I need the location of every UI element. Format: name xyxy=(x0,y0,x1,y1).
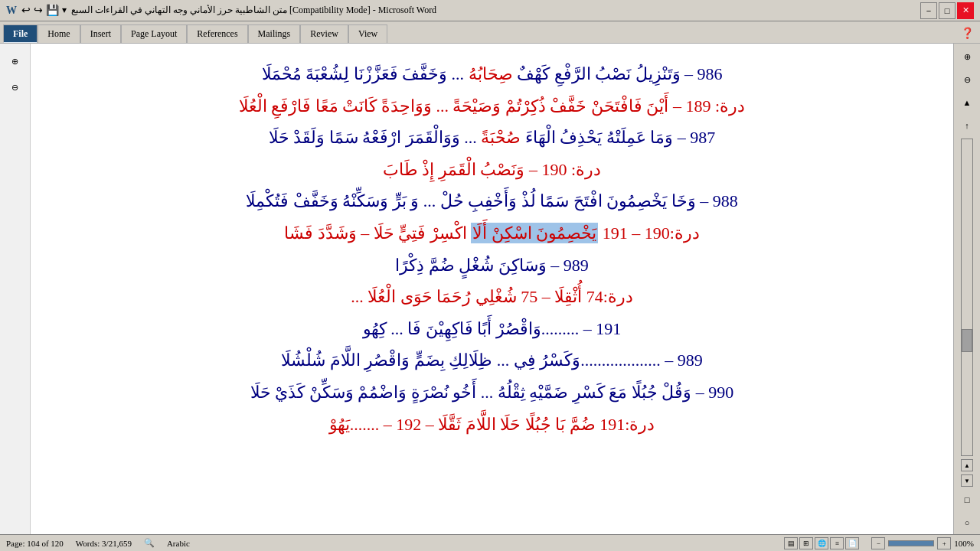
maximize-button[interactable]: □ xyxy=(939,2,956,19)
doc-line-988: 988 – وَخَا يَخْصِمُونَ افْتَحَ سَمًا لُ… xyxy=(77,186,907,217)
right-tool-4[interactable]: ↑ xyxy=(957,116,977,135)
arrow-btn[interactable]: ▾ xyxy=(62,5,67,16)
zoom-out-btn[interactable]: − xyxy=(871,537,885,549)
doc-line-darra-74-75: درة:74 أُثْقِلَا – 75 شُغْلِي رُحَمَا حَ… xyxy=(77,282,907,312)
document-area[interactable]: 986 – وَتَنْزِيلُ نَصْبُ الرَّفْعِ كَهْف… xyxy=(31,44,953,534)
full-screen-btn[interactable]: ⊞ xyxy=(799,537,813,549)
doc-line-darra-191-192: درة:191 ضُمَّ بَا جُبُلًا حَلَا اللَّامَ… xyxy=(77,409,907,440)
minimize-button[interactable]: − xyxy=(920,2,937,19)
doc-line-986: 986 – وَتَنْزِيلُ نَصْبُ الرَّفْعِ كَهْف… xyxy=(77,59,907,90)
doc-line-987: 987 – وَمَا عَمِلَتْهُ يَحْذِفُ الْهَاءَ… xyxy=(77,122,907,153)
right-tool-5[interactable]: □ xyxy=(957,490,977,510)
zoom-level[interactable]: 100% xyxy=(954,539,974,548)
zoom-in-btn[interactable]: + xyxy=(937,537,951,549)
tab-home[interactable]: Home xyxy=(38,24,80,43)
print-layout-btn[interactable]: ▤ xyxy=(784,537,798,549)
doc-line-darra-190-191: درة:190 – 191 يَخْصِمُونَ اسْكِنْ أَلَا … xyxy=(77,218,907,249)
main-area: ⊕ ⊖ 986 – وَتَنْزِيلُ نَصْبُ الرَّفْعِ ك… xyxy=(0,44,980,534)
tab-view[interactable]: View xyxy=(348,24,387,43)
right-tool-3[interactable]: ▲ xyxy=(957,93,977,112)
page-indicator: Page: 104 of 120 xyxy=(6,539,64,548)
outline-btn[interactable]: ≡ xyxy=(830,537,844,549)
status-bar: Page: 104 of 120 Words: 3/21,659 🔍 Arabi… xyxy=(0,534,980,551)
ribbon-tabs: File Home Insert Page Layout References … xyxy=(0,21,980,43)
doc-line-191: 191 – .........وَاقْصُرْ أَبًا فَاكِهِيْ… xyxy=(77,314,907,344)
help-icon[interactable]: ❓ xyxy=(955,24,980,43)
redo-btn[interactable]: ↪ xyxy=(34,4,43,17)
tab-file[interactable]: File xyxy=(3,24,38,43)
web-layout-btn[interactable]: 🌐 xyxy=(815,537,828,549)
tab-review[interactable]: Review xyxy=(300,24,348,43)
undo-btn[interactable]: ↩ xyxy=(21,4,31,17)
language-indicator[interactable]: Arabic xyxy=(167,539,190,548)
zoom-slider-fill xyxy=(889,541,933,546)
doc-line-989-cont: 989 – ...................وَكَسْرُ فِي ..… xyxy=(77,345,907,376)
spell-check-icon[interactable]: 🔍 xyxy=(144,538,155,548)
tab-page-layout[interactable]: Page Layout xyxy=(121,24,187,43)
app-container: File Home Insert Page Layout References … xyxy=(0,21,980,551)
right-panel: ⊕ ⊖ ▲ ↑ ▲ ▼ □ ○ xyxy=(953,44,980,534)
tab-references[interactable]: References xyxy=(187,24,247,43)
doc-line-990: 990 – وَقُلْ جُبُلًا مَعَ كَسْرِ ضَمَّيْ… xyxy=(77,377,907,408)
vertical-scrollbar[interactable] xyxy=(961,139,973,456)
doc-line-darra-190: درة: 190 – وَنَصْبُ الْقَمَرِ إِذْ طَابَ xyxy=(77,155,907,185)
right-tool-2[interactable]: ⊖ xyxy=(957,70,977,90)
doc-line-darra-189: درة: 189 – أَيْنَ فَافْتَحَنْ خَفَّفْ ذُ… xyxy=(77,91,907,122)
zoom-controls: − + 100% xyxy=(871,537,974,549)
left-tool-2[interactable]: ⊖ xyxy=(5,77,25,97)
scroll-up-button[interactable]: ▲ xyxy=(961,459,973,471)
view-buttons: ▤ ⊞ 🌐 ≡ 📄 xyxy=(784,537,859,549)
scroll-down-button[interactable]: ▼ xyxy=(961,474,973,487)
title-bar: W ↩ ↪ 💾 ▾ متن الشاطبية حرز الأماني وجه ا… xyxy=(0,0,980,21)
right-tool-1[interactable]: ⊕ xyxy=(957,47,977,67)
tab-insert[interactable]: Insert xyxy=(80,24,121,43)
right-tool-6[interactable]: ○ xyxy=(957,513,977,533)
title-bar-left: W ↩ ↪ 💾 ▾ متن الشاطبية حرز الأماني وجه ا… xyxy=(6,4,436,17)
left-tool-1[interactable]: ⊕ xyxy=(5,51,25,71)
doc-line-989: 989 – وَسَاكِنَ شُغْلٍ ضُمَّ ذِكْرًا xyxy=(77,250,907,281)
close-button[interactable]: ✕ xyxy=(957,2,974,19)
zoom-slider[interactable] xyxy=(888,540,934,546)
ribbon: File Home Insert Page Layout References … xyxy=(0,21,980,44)
scrollbar-thumb[interactable] xyxy=(962,329,972,352)
tab-mailings[interactable]: Mailings xyxy=(248,24,301,43)
window-controls: − □ ✕ xyxy=(920,2,974,19)
draft-btn[interactable]: 📄 xyxy=(845,537,859,549)
app-icon: W xyxy=(6,5,17,17)
title-text: متن الشاطبية حرز الأماني وجه التهاني في … xyxy=(71,5,436,16)
left-margin: ⊕ ⊖ xyxy=(0,44,31,534)
highlighted-text: يَخْصِمُونَ اسْكِنْ أَلَا xyxy=(471,223,598,243)
save-btn[interactable]: 💾 xyxy=(46,4,59,17)
word-count: Words: 3/21,659 xyxy=(76,539,132,548)
